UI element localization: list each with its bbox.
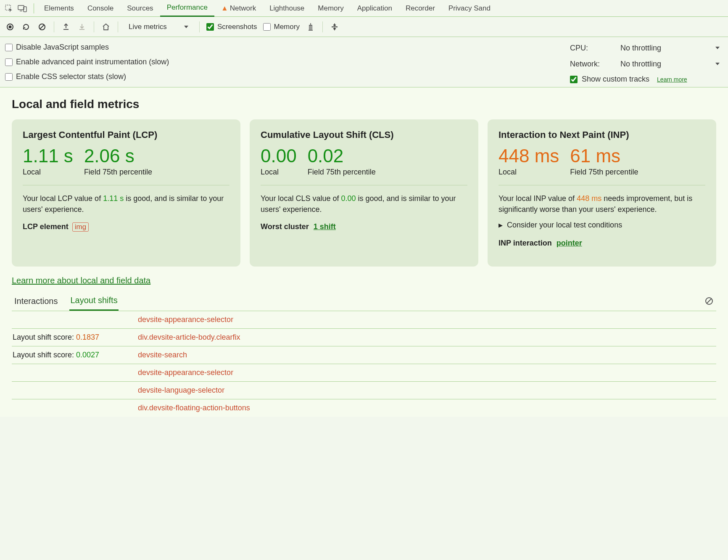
shift-element: devsite-search — [138, 351, 187, 359]
record-icon[interactable] — [5, 22, 15, 32]
cls-card: Cumulative Layout Shift (CLS) 0.00 Local… — [250, 119, 478, 267]
shift-row[interactable]: devsite-appearance-selector — [12, 311, 716, 329]
cls-description: Your local CLS value of 0.00 is good, an… — [261, 193, 467, 215]
cpu-select[interactable]: No throttling — [619, 43, 721, 53]
main-content: Local and field metrics Largest Contentf… — [0, 87, 728, 417]
lcp-field-value: 2.06 s — [84, 146, 152, 166]
lcp-description: Your local LCP value of 1.11 s is good, … — [23, 193, 229, 215]
shift-element: devsite-appearance-selector — [138, 368, 233, 377]
performance-toolbar: Live metrics Screenshots Memory — [0, 17, 728, 37]
live-metrics-select[interactable]: Live metrics — [125, 21, 193, 33]
lcp-local-value: 1.11 s — [23, 146, 73, 166]
page-title: Local and field metrics — [12, 98, 716, 111]
disable-js-label: Disable JavaScript samples — [16, 43, 109, 52]
tab-interactions[interactable]: Interactions — [13, 292, 58, 310]
reload-icon[interactable] — [21, 22, 31, 32]
layout-shift-list: devsite-appearance-selector Layout shift… — [12, 311, 716, 417]
tab-sources[interactable]: Sources — [120, 0, 160, 17]
cls-worst-link[interactable]: 1 shift — [314, 222, 336, 231]
lcp-card: Largest Contentful Paint (LCP) 1.11 s Lo… — [12, 119, 240, 267]
inp-field-label: Field 75th percentile — [570, 167, 638, 177]
shift-row[interactable]: Layout shift score: 0.1837 div.devsite-a… — [12, 329, 716, 346]
cpu-throttling-row: CPU: No throttling — [570, 43, 721, 53]
device-toggle-icon[interactable] — [17, 3, 28, 14]
tab-recorder[interactable]: Recorder — [399, 0, 442, 17]
shift-element: div.devsite-article-body.clearfix — [138, 333, 240, 342]
tab-divider — [34, 3, 34, 13]
cls-local-value: 0.00 — [261, 146, 297, 166]
lcp-element-chip[interactable]: img — [72, 222, 89, 232]
tab-layout-shifts[interactable]: Layout shifts — [69, 291, 118, 311]
enable-css-label: Enable CSS selector stats (slow) — [16, 72, 126, 81]
download-icon[interactable] — [77, 22, 87, 32]
enable-paint-checkbox[interactable]: Enable advanced paint instrumentation (s… — [5, 58, 169, 66]
lcp-element-row: LCP element img — [23, 222, 229, 232]
shift-element: devsite-language-selector — [138, 386, 224, 395]
tab-elements[interactable]: Elements — [37, 0, 81, 17]
tab-privacy[interactable]: Privacy Sand — [442, 0, 497, 17]
tab-memory[interactable]: Memory — [311, 0, 350, 17]
inp-expand[interactable]: ▶ Consider your local test conditions — [499, 221, 705, 230]
toolbar-divider — [199, 21, 200, 32]
tab-application[interactable]: Application — [351, 0, 399, 17]
lower-tabs: Interactions Layout shifts — [12, 291, 716, 311]
svg-rect-1 — [18, 5, 24, 10]
shift-score: Layout shift score: 0.0027 — [12, 351, 138, 359]
inp-title: Interaction to Next Paint (INP) — [499, 129, 705, 140]
disable-js-checkbox[interactable]: Disable JavaScript samples — [5, 43, 169, 52]
garbage-collect-icon[interactable] — [306, 22, 316, 32]
shift-row[interactable]: devsite-appearance-selector — [12, 364, 716, 382]
clear-list-icon[interactable] — [704, 296, 715, 306]
inp-local-value: 448 ms — [499, 146, 559, 166]
network-throttling-row: Network: No throttling — [570, 59, 721, 69]
shift-element: div.devsite-floating-action-buttons — [138, 404, 250, 412]
home-icon[interactable] — [101, 22, 111, 32]
settings-right: CPU: No throttling Network: No throttlin… — [570, 40, 721, 84]
shift-row[interactable]: Layout shift score: 0.0027 devsite-searc… — [12, 346, 716, 364]
memory-label: Memory — [274, 23, 300, 31]
cls-local-label: Local — [261, 167, 297, 177]
inp-description: Your local INP value of 448 ms needs imp… — [499, 193, 705, 215]
devtools-tab-strip: Elements Console Sources Performance ▲ N… — [0, 0, 728, 17]
svg-point-4 — [9, 25, 12, 28]
cls-worst-row: Worst cluster 1 shift — [261, 222, 467, 231]
clear-icon[interactable] — [37, 22, 47, 32]
tab-console[interactable]: Console — [81, 0, 120, 17]
tab-network-label: Network — [230, 4, 256, 13]
lcp-field-label: Field 75th percentile — [84, 167, 152, 177]
cls-field-value: 0.02 — [308, 146, 376, 166]
settings-left: Disable JavaScript samples Enable advanc… — [5, 40, 169, 84]
toolbar-divider — [118, 21, 118, 32]
tab-lighthouse[interactable]: Lighthouse — [263, 0, 311, 17]
cls-title: Cumulative Layout Shift (CLS) — [261, 129, 467, 140]
lcp-title: Largest Contentful Paint (LCP) — [23, 129, 229, 140]
tab-network[interactable]: ▲ Network — [214, 0, 263, 17]
inp-field-value: 61 ms — [570, 146, 638, 166]
shift-row[interactable]: div.devsite-floating-action-buttons — [12, 399, 716, 417]
shift-element: devsite-appearance-selector — [138, 315, 233, 324]
show-custom-tracks-row: Show custom tracks Learn more — [570, 75, 721, 84]
collapse-icon[interactable] — [330, 22, 340, 32]
learn-local-field-link[interactable]: Learn more about local and field data — [12, 276, 150, 285]
screenshots-checkbox[interactable]: Screenshots — [206, 23, 257, 31]
inspect-icon[interactable] — [3, 3, 14, 14]
learn-more-link[interactable]: Learn more — [657, 76, 687, 83]
performance-settings: Disable JavaScript samples Enable advanc… — [0, 37, 728, 87]
network-select[interactable]: No throttling — [619, 59, 721, 69]
shift-row[interactable]: devsite-language-selector — [12, 382, 716, 399]
upload-icon[interactable] — [61, 22, 71, 32]
tab-performance[interactable]: Performance — [160, 0, 214, 17]
toolbar-divider — [54, 21, 54, 32]
inp-interaction-row: INP interaction pointer — [499, 239, 705, 248]
network-label: Network: — [570, 60, 612, 69]
inp-local-label: Local — [499, 167, 559, 177]
memory-checkbox[interactable]: Memory — [263, 23, 300, 31]
inp-interaction-link[interactable]: pointer — [557, 239, 582, 247]
enable-paint-label: Enable advanced paint instrumentation (s… — [16, 58, 169, 66]
cls-field-label: Field 75th percentile — [308, 167, 376, 177]
shift-score: Layout shift score: 0.1837 — [12, 333, 138, 342]
toolbar-divider — [94, 21, 94, 32]
inp-card: Interaction to Next Paint (INP) 448 ms L… — [488, 119, 716, 267]
show-custom-checkbox[interactable] — [570, 76, 578, 83]
enable-css-checkbox[interactable]: Enable CSS selector stats (slow) — [5, 72, 169, 81]
